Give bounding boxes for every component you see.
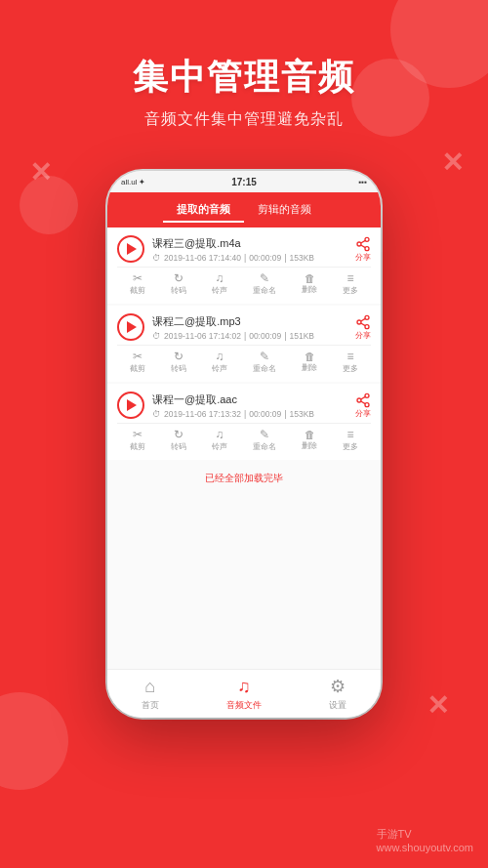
share-button-3[interactable]: 分享 [355,393,371,419]
cut-icon-1: ✂ [133,271,142,285]
action-row-1: ✂ 截剪 ↻ 转码 ♫ 铃声 ✎ 重命名 🗑 删除 [117,267,371,298]
nav-settings[interactable]: ⚙ 设置 [329,676,346,712]
ringtone-icon-2: ♫ [216,350,224,363]
svg-point-0 [365,237,369,241]
more-label-1: 更多 [343,286,358,296]
clock-icon-2: ⏱ [152,331,161,341]
svg-point-1 [357,242,361,246]
tab-extracted-audio[interactable]: 提取的音频 [163,198,244,223]
cut-label-1: 截剪 [130,286,145,296]
play-button-2[interactable] [117,313,144,341]
audio-name-3: 课程一@提取.aac [152,393,347,407]
delete-label-3: 删除 [302,441,317,451]
delete-label-1: 删除 [302,285,317,295]
action-delete-2[interactable]: 🗑 删除 [302,351,317,373]
share-label-1: 分享 [355,252,371,263]
svg-line-3 [361,245,366,248]
audio-files-icon: ♫ [237,677,251,697]
svg-line-14 [361,396,366,399]
settings-label: 设置 [329,699,346,712]
action-cut-3[interactable]: ✂ 截剪 [130,428,145,452]
transcode-label-3: 转码 [171,442,186,452]
action-rename-3[interactable]: ✎ 重命名 [253,428,276,452]
play-button-1[interactable] [117,235,144,263]
action-delete-3[interactable]: 🗑 删除 [302,429,317,451]
action-delete-1[interactable]: 🗑 删除 [302,272,317,295]
svg-point-10 [365,393,369,397]
settings-icon: ⚙ [330,676,346,697]
svg-point-11 [357,398,361,402]
audio-size-2: 151KB [289,331,314,341]
status-right: ▪▪▪ [358,178,367,186]
deco-x-2: ✕ [441,146,464,179]
action-ringtone-2[interactable]: ♫ 铃声 [212,350,227,374]
action-transcode-3[interactable]: ↻ 转码 [171,428,186,452]
action-row-2: ✂ 截剪 ↻ 转码 ♫ 铃声 ✎ 重命名 🗑 删除 [117,345,371,376]
action-rename-2[interactable]: ✎ 重命名 [253,350,276,374]
cut-icon-2: ✂ [133,350,142,363]
audio-duration-2: 00:00:09 [249,331,281,341]
svg-line-9 [361,318,366,321]
bg-circle-3 [0,692,68,790]
audio-size-3: 153KB [289,409,314,419]
action-cut-2[interactable]: ✂ 截剪 [130,350,145,374]
bottom-nav: ⌂ 首页 ♫ 音频文件 ⚙ 设置 [107,669,381,718]
transcode-icon-3: ↻ [174,428,183,441]
action-transcode-2[interactable]: ↻ 转码 [171,350,186,374]
home-label: 首页 [142,699,159,712]
action-ringtone-3[interactable]: ♫ 铃声 [212,428,227,452]
action-cut-1[interactable]: ✂ 截剪 [130,271,145,296]
audio-date-1: 2019-11-06 17:14:40 [164,253,241,263]
audio-date-2: 2019-11-06 17:14:02 [164,331,241,341]
action-rename-1[interactable]: ✎ 重命名 [253,271,276,296]
tab-edited-audio[interactable]: 剪辑的音频 [244,198,325,223]
rename-icon-2: ✎ [260,350,269,363]
audio-item-3: 课程一@提取.aac ⏱ 2019-11-06 17:13:32 | 00:00… [107,384,381,460]
cut-label-3: 截剪 [130,442,145,452]
ringtone-label-3: 铃声 [212,442,227,452]
svg-line-8 [361,323,366,326]
more-label-2: 更多 [343,364,358,374]
action-more-3[interactable]: ≡ 更多 [343,428,358,452]
play-icon-1 [127,243,137,255]
status-bar: all.ul ✦ 17:15 ▪▪▪ [107,171,381,192]
svg-line-13 [361,401,366,404]
audio-sep2-2: | [284,331,286,341]
deco-x-1: ✕ [29,156,52,188]
share-button-1[interactable]: 分享 [355,236,371,263]
play-button-3[interactable] [117,392,144,419]
audio-size-1: 153KB [289,253,314,263]
audio-sep-1: | [244,253,246,263]
rename-icon-1: ✎ [260,271,269,285]
action-more-1[interactable]: ≡ 更多 [343,271,358,296]
bg-circle-2 [351,59,429,137]
nav-home[interactable]: ⌂ 首页 [142,677,159,712]
audio-duration-1: 00:00:09 [249,253,281,263]
action-ringtone-1[interactable]: ♫ 铃声 [212,271,227,296]
svg-point-6 [357,320,361,324]
svg-line-4 [361,240,366,243]
action-transcode-1[interactable]: ↻ 转码 [171,271,186,296]
ringtone-label-1: 铃声 [212,286,227,296]
transcode-icon-2: ↻ [174,350,183,363]
home-icon: ⌂ [144,677,155,697]
audio-sep-3: | [244,409,246,419]
transcode-icon-1: ↻ [174,271,183,285]
svg-point-5 [365,315,369,319]
ringtone-icon-1: ♫ [216,271,224,285]
share-button-2[interactable]: 分享 [355,314,371,341]
delete-icon-2: 🗑 [305,351,315,362]
clock-icon-3: ⏱ [152,409,161,419]
nav-audio-files[interactable]: ♫ 音频文件 [226,677,262,712]
svg-point-2 [365,246,369,250]
cut-icon-3: ✂ [133,428,142,441]
cut-label-2: 截剪 [130,364,145,374]
watermark: 手游TVwww.shouyoutv.com [377,827,473,853]
transcode-label-1: 转码 [171,286,186,296]
audio-sep2-3: | [284,409,286,419]
end-text: 已经全部加载完毕 [107,462,381,495]
action-more-2[interactable]: ≡ 更多 [343,350,358,374]
deco-x-3: ✕ [427,689,449,722]
ringtone-icon-3: ♫ [216,428,224,441]
wifi-icon: ✦ [139,178,145,186]
